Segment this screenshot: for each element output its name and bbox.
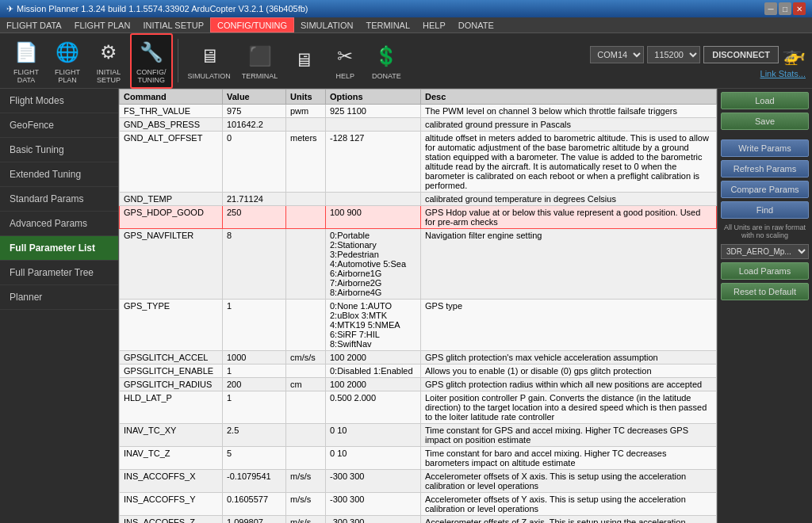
- table-row[interactable]: GND_TEMP21.71124calibrated ground temper…: [120, 193, 717, 206]
- cell-value: 1.099807: [223, 516, 286, 524]
- com-port-select[interactable]: COM14: [590, 46, 644, 63]
- toolbar-label-2: INITIAL SETUP: [97, 68, 121, 84]
- table-row[interactable]: INAV_TC_Z50 10Time constant for baro and…: [120, 447, 717, 470]
- table-row[interactable]: GPS_TYPE10:None 1:AUTO 2:uBlox 3:MTK 4:M…: [120, 300, 717, 351]
- toolbar-group-1[interactable]: 🌐FLIGHT PLAN: [48, 35, 87, 87]
- cell-value: 101642.2: [223, 118, 286, 132]
- baud-rate-select[interactable]: 115200: [647, 46, 700, 63]
- col-header-command: Command: [120, 90, 223, 105]
- table-row[interactable]: INS_ACCOFFS_X-0.1079541m/s/s-300 300Acce…: [120, 470, 717, 493]
- load-button[interactable]: Load: [721, 92, 809, 109]
- table-row[interactable]: GPS_NAVFILTER80:Portable 2:Stationary 3:…: [120, 229, 717, 300]
- write-params-button[interactable]: Write Params: [721, 139, 809, 157]
- col-header-value: Value: [223, 90, 286, 105]
- toolbar-group-3[interactable]: 🔧CONFIG/ TUNING: [130, 33, 173, 89]
- compare-params-button[interactable]: Compare Params: [721, 181, 809, 198]
- cell-options: 0:Portable 2:Stationary 3:Pedestrian 4:A…: [326, 229, 421, 300]
- menu-item-flight-plan[interactable]: FLIGHT PLAN: [68, 17, 137, 32]
- firmware-select[interactable]: 3DR_AERO_Mp...: [721, 244, 809, 259]
- table-row[interactable]: INS_ACCOFFS_Y0.1605577m/s/s-300 300Accel…: [120, 493, 717, 516]
- connect-button[interactable]: DISCONNECT: [703, 46, 779, 63]
- toolbar-label-8: DONATE: [372, 72, 401, 80]
- close-button[interactable]: ✕: [793, 2, 806, 15]
- cell-command: GPSGLITCH_ACCEL: [120, 351, 223, 365]
- link-stats-link[interactable]: Link Stats...: [760, 69, 806, 78]
- sidebar-item-planner[interactable]: Planner: [0, 285, 118, 310]
- table-row[interactable]: FS_THR_VALUE975pwm925 1100The PWM level …: [120, 105, 717, 118]
- table-row[interactable]: GPSGLITCH_ACCEL1000cm/s/s100 2000GPS gli…: [120, 351, 717, 365]
- sidebar-item-flight-modes[interactable]: Flight Modes: [0, 89, 118, 113]
- find-button[interactable]: Find: [721, 201, 809, 219]
- cell-options: 0.500 2.000: [326, 391, 421, 424]
- reset-default-button[interactable]: Reset to Default: [721, 283, 809, 300]
- cell-command: FS_THR_VALUE: [120, 105, 223, 118]
- menu-item-simulation[interactable]: SIMULATION: [294, 17, 359, 32]
- sidebar-item-extended-tuning[interactable]: Extended Tuning: [0, 162, 118, 187]
- toolbar-icon-8: 💲: [372, 42, 400, 71]
- maximize-button[interactable]: □: [779, 2, 791, 15]
- col-header-options: Options: [326, 90, 421, 105]
- menu-item-flight-data[interactable]: FLIGHT DATA: [0, 17, 68, 32]
- menu-bar: FLIGHT DATAFLIGHT PLANINITIAL SETUPCONFI…: [0, 17, 812, 33]
- toolbar-group-4[interactable]: 🖥SIMULATION: [183, 39, 236, 83]
- cell-command: INAV_TC_Z: [120, 447, 223, 470]
- com-row: COM14 115200 DISCONNECT 🚁: [590, 44, 806, 66]
- cell-units: m/s/s: [286, 493, 326, 516]
- toolbar-group-2[interactable]: ⚙INITIAL SETUP: [89, 35, 128, 87]
- sidebar-item-standard-params[interactable]: Standard Params: [0, 187, 118, 212]
- table-row[interactable]: HLD_LAT_P10.500 2.000Loiter position con…: [120, 391, 717, 424]
- save-button[interactable]: Save: [721, 113, 809, 130]
- cell-value: 0: [223, 132, 286, 193]
- title-bar: ✈ Mission Planner 1.3.24 build 1.1.5574.…: [0, 0, 812, 17]
- toolbar-group-7[interactable]: ✂HELP: [325, 39, 365, 83]
- table-row[interactable]: GPSGLITCH_ENABLE10:Disabled 1:EnabledAll…: [120, 365, 717, 378]
- toolbar-group-5[interactable]: ⬛TERMINAL: [237, 39, 283, 83]
- toolbar-icon-0: 📄: [12, 38, 40, 67]
- col-header-desc: Desc: [421, 90, 717, 105]
- cell-desc: Allows you to enable (1) or disable (0) …: [421, 365, 717, 378]
- menu-item-config-tuning[interactable]: CONFIG/TUNING: [210, 17, 294, 32]
- sidebar-item-geofence[interactable]: GeoFence: [0, 113, 118, 138]
- menu-item-donate[interactable]: DONATE: [452, 17, 500, 32]
- menu-item-terminal[interactable]: TERMINAL: [359, 17, 416, 32]
- minimize-button[interactable]: ─: [764, 2, 777, 15]
- menu-item-initial-setup[interactable]: INITIAL SETUP: [136, 17, 210, 32]
- cell-desc: Time constant for baro and accel mixing.…: [421, 447, 717, 470]
- menu-item-help[interactable]: HELP: [416, 17, 452, 32]
- cell-command: GPSGLITCH_ENABLE: [120, 365, 223, 378]
- toolbar-group-0[interactable]: 📄FLIGHT DATA: [6, 35, 46, 87]
- table-row[interactable]: GND_ABS_PRESS101642.2calibrated ground p…: [120, 118, 717, 132]
- cell-options: [326, 193, 421, 206]
- cell-command: GND_ALT_OFFSET: [120, 132, 223, 193]
- sidebar-item-advanced-params[interactable]: Advanced Params: [0, 212, 118, 236]
- toolbar-group-6[interactable]: 🖥: [284, 43, 324, 79]
- table-row[interactable]: INS_ACCOFFS_Z1.099807m/s/s-300 300Accele…: [120, 516, 717, 524]
- sidebar-item-full-parameter-list[interactable]: Full Parameter List: [0, 236, 118, 261]
- table-row[interactable]: GND_ALT_OFFSET0meters-128 127altitude of…: [120, 132, 717, 193]
- toolbar-label-0: FLIGHT DATA: [13, 68, 39, 84]
- cell-desc: GPS glitch protection radius within whic…: [421, 378, 717, 391]
- main-area: Flight ModesGeoFenceBasic TuningExtended…: [0, 89, 812, 523]
- cell-command: INS_ACCOFFS_Z: [120, 516, 223, 524]
- param-table-container[interactable]: Command Value Units Options Desc FS_THR_…: [119, 89, 717, 523]
- table-row[interactable]: INAV_TC_XY2.50 10Time constant for GPS a…: [120, 424, 717, 447]
- cell-units: m/s/s: [286, 516, 326, 524]
- table-row[interactable]: GPSGLITCH_RADIUS200cm100 2000GPS glitch …: [120, 378, 717, 391]
- load-params-button[interactable]: Load Params: [721, 262, 809, 280]
- cell-options: 0 10: [326, 447, 421, 470]
- cell-units: [286, 229, 326, 300]
- cell-units: [286, 193, 326, 206]
- toolbar-icon-1: 🌐: [53, 38, 82, 67]
- table-row[interactable]: GPS_HDOP_GOOD250100 900GPS Hdop value at…: [120, 206, 717, 229]
- cell-units: [286, 118, 326, 132]
- toolbar-group-8[interactable]: 💲DONATE: [366, 39, 406, 83]
- cell-command: GPS_TYPE: [120, 300, 223, 351]
- toolbar-label-7: HELP: [336, 72, 355, 80]
- refresh-params-button[interactable]: Refresh Params: [721, 160, 809, 178]
- cell-value: 21.71124: [223, 193, 286, 206]
- param-table: Command Value Units Options Desc FS_THR_…: [119, 89, 717, 523]
- sidebar-item-full-parameter-tree[interactable]: Full Parameter Tree: [0, 261, 118, 285]
- cell-desc: calibrated ground temperature in degrees…: [421, 193, 717, 206]
- sidebar-item-basic-tuning[interactable]: Basic Tuning: [0, 138, 118, 162]
- cell-desc: GPS glitch protection's max vehicle acce…: [421, 351, 717, 365]
